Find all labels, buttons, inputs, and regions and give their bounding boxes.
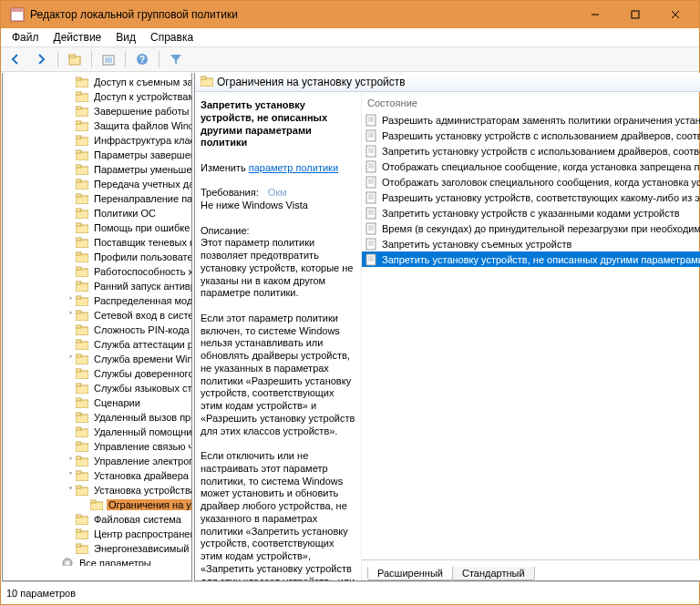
tree-item[interactable]: Защита файлов Windows: [3, 118, 191, 133]
policy-item[interactable]: Разрешить администраторам заменять полит…: [362, 112, 700, 128]
tree-item[interactable]: ˃Служба времени Windows: [3, 352, 191, 366]
tree-item[interactable]: Управление связью через И: [3, 439, 191, 454]
tree-item[interactable]: Завершение работы: [3, 104, 191, 118]
tree-item[interactable]: Доступ к устройствам Enha: [3, 89, 191, 104]
state-column-header[interactable]: Состояние: [362, 92, 700, 112]
expand-icon[interactable]: ˃: [65, 311, 76, 321]
tree-item[interactable]: Параметры завершения ра: [3, 148, 191, 162]
tree-item[interactable]: Поставщик теневых копий: [3, 235, 191, 250]
tree-item[interactable]: Профили пользователей: [3, 250, 191, 264]
maximize-button[interactable]: [615, 1, 655, 28]
tree-item[interactable]: Сценарии: [3, 395, 191, 410]
policy-label: Запретить установку устройств с указанны…: [382, 208, 680, 219]
tab-ext[interactable]: Расширенный: [367, 567, 453, 580]
tree-item[interactable]: Работоспособность хранил: [3, 264, 191, 279]
svg-rect-75: [76, 515, 81, 518]
tree-item[interactable]: Передача учетных данных: [3, 177, 191, 191]
tree-item[interactable]: Политики ОС: [3, 206, 191, 220]
tree-label: Управление связью через И: [92, 441, 191, 452]
tree-item[interactable]: ˃Управление электропитани: [3, 454, 191, 468]
svg-rect-3: [632, 11, 639, 18]
menu-action[interactable]: Действие: [46, 29, 109, 46]
tree-item[interactable]: Помощь при ошибке «Отк: [3, 220, 191, 235]
svg-rect-100: [366, 146, 376, 157]
folder-icon: [76, 207, 90, 220]
edit-policy-link[interactable]: параметр политики: [249, 162, 338, 173]
policy-item[interactable]: Запретить установку устройств с использо…: [362, 143, 700, 159]
policy-item[interactable]: Запретить установку съемных устройств: [362, 236, 700, 251]
policy-item[interactable]: Разрешить установку устройств, соответст…: [362, 190, 700, 205]
policy-icon: [365, 222, 378, 235]
svg-rect-41: [76, 267, 81, 270]
tree-item[interactable]: Параметры уменьшения ри: [3, 162, 191, 177]
menu-help[interactable]: Справка: [143, 29, 201, 46]
folder-icon: [76, 528, 90, 540]
help-button[interactable]: ?: [131, 48, 153, 70]
tree-item[interactable]: Все параметры: [3, 556, 191, 566]
tree-view[interactable]: Доступ к съемным запоминДоступ к устройс…: [3, 73, 191, 566]
expand-icon[interactable]: ˃: [65, 471, 76, 481]
policy-item[interactable]: Время (в секундах) до принудительной пер…: [362, 220, 700, 236]
folder-icon: [76, 411, 90, 424]
tree-item[interactable]: Сложность PIN-кода: [3, 323, 191, 337]
policy-icon: [365, 114, 378, 127]
policy-hscroll[interactable]: [362, 545, 700, 559]
svg-rect-77: [76, 529, 81, 532]
expand-icon[interactable]: ˃: [65, 296, 76, 306]
policy-list[interactable]: Разрешить администраторам заменять полит…: [362, 112, 700, 545]
tab-std[interactable]: Стандартный: [452, 567, 535, 580]
tree-item[interactable]: Энергонезависимый кэш ди: [3, 541, 191, 556]
policy-label: Разрешить установку устройств с использо…: [382, 130, 700, 141]
filter-button[interactable]: [165, 48, 187, 70]
menu-view[interactable]: Вид: [108, 29, 143, 46]
minimize-button[interactable]: [575, 1, 615, 28]
forward-button[interactable]: [30, 48, 52, 70]
svg-rect-1: [11, 8, 24, 12]
svg-rect-91: [201, 77, 206, 79]
policy-item[interactable]: Отображать заголовок специального сообще…: [362, 174, 700, 190]
tree-label: Доступ к съемным запомин: [92, 77, 191, 87]
tree-label: Ограничения на установ: [107, 499, 191, 510]
tree-item[interactable]: Служба аттестации работос: [3, 337, 191, 352]
svg-rect-39: [76, 252, 81, 255]
tree-item[interactable]: Доступ к съемным запомин: [3, 75, 191, 89]
tree-item[interactable]: Службы языковых стандарт: [3, 381, 191, 395]
tree-item[interactable]: ˅Установка устройства: [3, 483, 191, 497]
svg-rect-96: [366, 130, 376, 141]
tree-label: Сложность PIN-кода: [92, 324, 191, 335]
close-button[interactable]: [655, 1, 695, 28]
tree-label: Управление электропитани: [92, 456, 191, 467]
tree-hscroll[interactable]: [3, 566, 191, 580]
policy-icon: [365, 160, 378, 173]
tree-item[interactable]: Файловая система: [3, 512, 191, 527]
tree-item[interactable]: Центр распространения кл: [3, 527, 191, 541]
policy-item[interactable]: Запретить установку устройств с указанны…: [362, 205, 700, 220]
menu-file[interactable]: Файл: [5, 29, 46, 46]
tree-item[interactable]: ˃Распределенная модель СО: [3, 293, 191, 308]
tree-item[interactable]: Службы доверенного платф: [3, 366, 191, 381]
folder-icon: [76, 382, 90, 395]
tree-item[interactable]: Инфраструктура классифик: [3, 133, 191, 148]
expand-icon[interactable]: ˅: [65, 486, 76, 496]
expand-icon[interactable]: ˃: [65, 354, 76, 364]
policy-item[interactable]: Отображать специальное сообщение, когда …: [362, 159, 700, 174]
expand-icon[interactable]: ˃: [65, 456, 76, 467]
back-button[interactable]: [5, 48, 26, 70]
tree-item[interactable]: ˃Установка драйвера: [3, 468, 191, 483]
policy-label: Отображать специальное сообщение, когда …: [382, 161, 700, 172]
svg-rect-120: [366, 223, 376, 234]
tree-item[interactable]: Перенаправление папок: [3, 191, 191, 206]
tree-label: Работоспособность хранил: [92, 266, 191, 277]
toolbar: ?: [1, 47, 699, 72]
svg-rect-116: [366, 208, 376, 219]
properties-button[interactable]: [98, 48, 119, 70]
tree-item[interactable]: Удаленный помощник: [3, 425, 191, 439]
tree-item[interactable]: Удаленный вызов процедур: [3, 410, 191, 425]
policy-item[interactable]: Запретить установку устройств, не описан…: [362, 251, 700, 267]
tree-item[interactable]: Ограничения на установ: [3, 497, 191, 512]
tree-item[interactable]: Ранний запуск антивредонс: [3, 279, 191, 293]
policy-item[interactable]: Разрешить установку устройств с использо…: [362, 128, 700, 143]
up-button[interactable]: [64, 48, 86, 70]
tree-label: Службы доверенного платф: [92, 368, 191, 379]
tree-item[interactable]: ˃Сетевой вход в систему: [3, 308, 191, 323]
